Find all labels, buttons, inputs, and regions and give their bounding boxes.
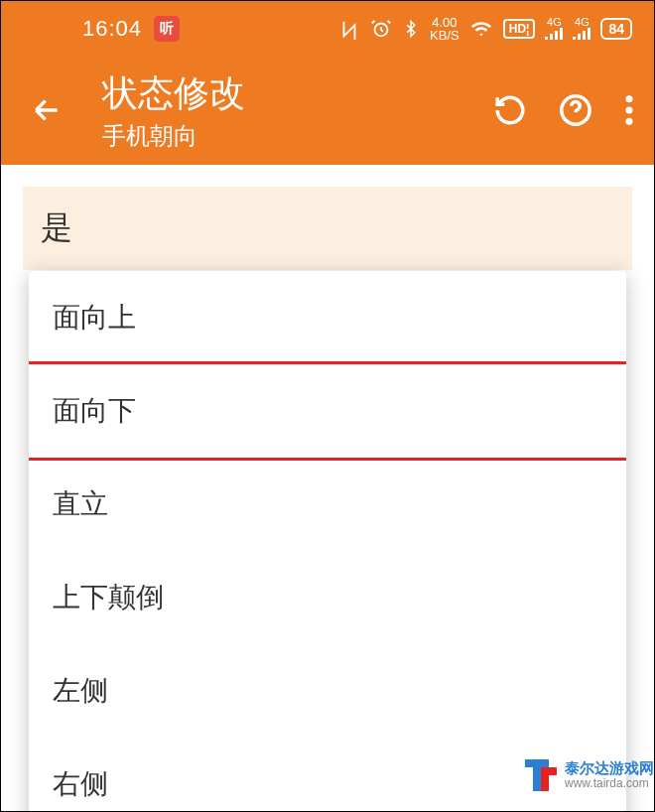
status-bar: 16:04 听 4.00 KB/S HD¦ 4G 4G 84 bbox=[1, 1, 654, 56]
wifi-icon bbox=[469, 18, 493, 40]
orientation-dropdown: 面向上面向下直立上下颠倒左侧右侧 bbox=[29, 271, 626, 812]
svg-point-2 bbox=[625, 95, 632, 102]
dropdown-item[interactable]: 左侧 bbox=[29, 644, 626, 738]
watermark-logo-icon bbox=[523, 757, 559, 793]
current-value-row[interactable]: 是 bbox=[23, 187, 632, 270]
signal-2: 4G bbox=[573, 17, 590, 40]
hd-badge: HD¦ bbox=[503, 19, 536, 39]
signal-1: 4G bbox=[545, 17, 563, 40]
title-block: 状态修改 手机朝向 bbox=[102, 69, 493, 152]
bluetooth-icon bbox=[402, 18, 420, 40]
watermark: 泰尔达游戏网 www.tairda.com bbox=[523, 757, 654, 793]
content-area: 是 bbox=[1, 165, 654, 270]
battery-indicator: 84 bbox=[600, 18, 632, 40]
dropdown-item[interactable]: 面向上 bbox=[29, 271, 626, 364]
nfc-icon bbox=[338, 18, 360, 40]
page-title: 状态修改 bbox=[102, 69, 493, 118]
ting-app-icon: 听 bbox=[154, 16, 180, 42]
help-button[interactable] bbox=[559, 93, 592, 127]
dropdown-item[interactable]: 面向下 bbox=[29, 361, 626, 461]
back-button[interactable] bbox=[21, 84, 72, 136]
watermark-url: www.tairda.com bbox=[565, 777, 654, 790]
alarm-icon bbox=[370, 18, 392, 40]
watermark-name: 泰尔达游戏网 bbox=[565, 760, 654, 777]
app-bar: 状态修改 手机朝向 bbox=[1, 56, 654, 165]
page-subtitle: 手机朝向 bbox=[102, 120, 493, 152]
undo-button[interactable] bbox=[493, 93, 527, 127]
status-time: 16:04 bbox=[82, 16, 142, 42]
svg-point-4 bbox=[625, 118, 632, 125]
more-button[interactable] bbox=[624, 93, 634, 127]
svg-point-3 bbox=[625, 106, 632, 113]
dropdown-item[interactable]: 直立 bbox=[29, 458, 626, 551]
network-speed: 4.00 KB/S bbox=[430, 16, 459, 42]
dropdown-item[interactable]: 上下颠倒 bbox=[29, 551, 626, 644]
